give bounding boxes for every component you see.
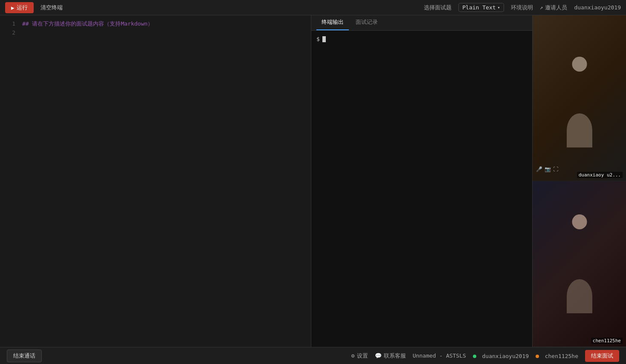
participant-1: duanxiaoyu2019 xyxy=(473,352,529,360)
video-panel: 🎤 📷 ⛶ duanxiaoy u2... chen1125he xyxy=(532,15,626,347)
code-editor[interactable]: 1 ## 请在下方描述你的面试题内容（支持Markdown） 2 xyxy=(0,15,311,347)
support-button[interactable]: 💬 联系客服 xyxy=(375,352,406,360)
table-row: 2 xyxy=(0,29,311,38)
select-problem-btn[interactable]: 选择面试题 xyxy=(424,4,452,12)
video-feed-2: chen1125he xyxy=(533,181,626,347)
tab-terminal-output[interactable]: 终端输出 xyxy=(316,15,349,30)
lang-label: Plain Text xyxy=(462,4,496,11)
bottom-bar: 结束通话 ⚙ 设置 💬 联系客服 Unnamed - ASTSLS duanxi… xyxy=(0,347,626,364)
username-label: duanxiaoyu2019 xyxy=(574,4,621,11)
invite-button[interactable]: ↗ 邀请人员 xyxy=(540,4,568,12)
line-number: 2 xyxy=(3,29,15,38)
table-row: 1 ## 请在下方描述你的面试题内容（支持Markdown） xyxy=(0,20,311,29)
video-card-1: 🎤 📷 ⛶ duanxiaoy u2... xyxy=(533,15,626,181)
video-username-2: chen1125he xyxy=(591,338,623,344)
online-dot-2 xyxy=(536,355,539,358)
session-name: Unnamed - ASTSLS xyxy=(413,352,466,359)
toolbar-right: ↗ 邀请人员 duanxiaoyu2019 xyxy=(540,4,621,12)
line-number: 1 xyxy=(3,20,15,29)
end-call-button[interactable]: 结束通话 xyxy=(7,350,42,362)
video-username-1: duanxiaoy u2... xyxy=(577,172,623,178)
video-card-2: chen1125he xyxy=(533,181,626,347)
avatar-body-2 xyxy=(567,279,592,313)
video-controls-1: 🎤 📷 ⛶ xyxy=(536,166,558,172)
avatar-head-2 xyxy=(572,214,587,229)
avatar-head-1 xyxy=(572,57,587,72)
terminal-tabs: 终端输出 面试记录 xyxy=(311,15,532,31)
play-icon xyxy=(11,4,14,11)
invite-label: 邀请人员 xyxy=(545,4,567,12)
online-dot-1 xyxy=(473,355,476,358)
tab-interview-record[interactable]: 面试记录 xyxy=(351,15,383,30)
participant-name-2: chen1125he xyxy=(545,353,578,359)
prompt-symbol: $ xyxy=(316,36,320,42)
language-selector[interactable]: Plain Text ▾ xyxy=(458,3,504,12)
clear-button[interactable]: 清空终端 xyxy=(41,4,63,12)
settings-label: 设置 xyxy=(357,352,368,360)
toolbar: 运行 清空终端 选择面试题 Plain Text ▾ 环境说明 ↗ 邀请人员 d… xyxy=(0,0,626,15)
participant-2: chen1125he xyxy=(536,352,578,360)
cursor xyxy=(322,36,326,42)
run-label: 运行 xyxy=(17,4,28,12)
terminal-content[interactable]: $ xyxy=(311,31,532,347)
gear-icon: ⚙ xyxy=(351,352,355,359)
terminal-prompt: $ xyxy=(316,36,527,42)
mic-icon[interactable]: 🎤 xyxy=(536,166,542,172)
line-content: ## 请在下方描述你的面试题内容（支持Markdown） xyxy=(22,20,153,29)
invite-icon: ↗ xyxy=(540,4,543,11)
avatar-body-1 xyxy=(567,113,592,147)
env-desc-btn[interactable]: 环境说明 xyxy=(511,4,533,12)
participant-name-1: duanxiaoyu2019 xyxy=(482,353,529,359)
chevron-down-icon: ▾ xyxy=(498,5,500,10)
camera-icon[interactable]: 📷 xyxy=(545,166,551,172)
support-label: 联系客服 xyxy=(384,352,406,360)
video-feed-1: 🎤 📷 ⛶ duanxiaoy u2... xyxy=(533,15,626,181)
end-interview-button[interactable]: 结束面试 xyxy=(585,350,619,362)
editor-panel: 1 ## 请在下方描述你的面试题内容（支持Markdown） 2 xyxy=(0,15,311,347)
run-button[interactable]: 运行 xyxy=(5,2,34,13)
settings-button[interactable]: ⚙ 设置 xyxy=(351,352,368,360)
right-panel: 终端输出 面试记录 $ xyxy=(311,15,532,347)
main-area: 1 ## 请在下方描述你的面试题内容（支持Markdown） 2 终端输出 面试… xyxy=(0,15,626,347)
chat-icon: 💬 xyxy=(375,352,382,359)
expand-icon[interactable]: ⛶ xyxy=(553,166,558,172)
